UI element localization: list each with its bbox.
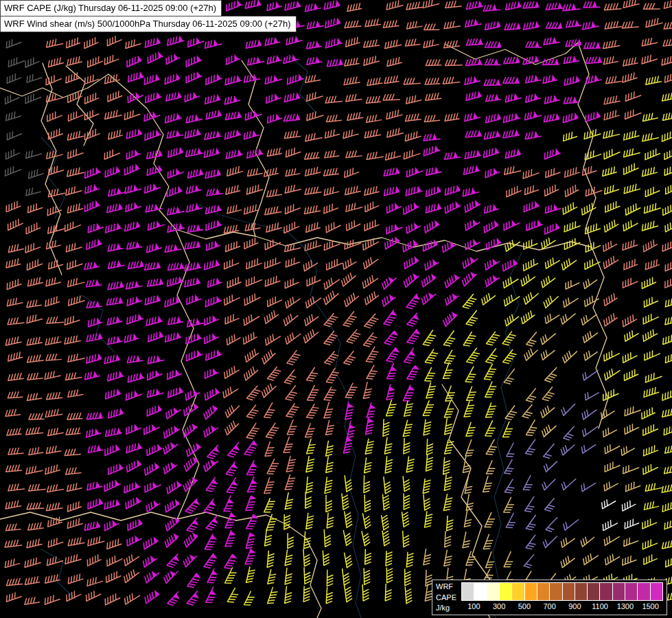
legend-color-cell bbox=[537, 583, 550, 600]
cape-title: WRF CAPE (J/kg) Thursday 06-11-2025 09:0… bbox=[0, 0, 222, 16]
map-title-bar: WRF CAPE (J/kg) Thursday 06-11-2025 09:0… bbox=[0, 0, 297, 32]
legend-color-cell bbox=[638, 583, 650, 600]
legend-color-cell bbox=[525, 583, 537, 600]
legend-color-cell bbox=[462, 583, 474, 600]
legend-tick-label: 900 bbox=[568, 602, 581, 610]
cape-legend: WRF CAPE J/kg 10030050070090011001300150… bbox=[432, 580, 667, 615]
legend-color-cell bbox=[563, 583, 575, 600]
wind-barb-map-canvas bbox=[0, 0, 672, 618]
legend-variable-label: CAPE bbox=[436, 593, 456, 602]
legend-tick-label: 500 bbox=[518, 602, 531, 610]
legend-color-cell bbox=[625, 583, 638, 600]
legend-tick-label: 1500 bbox=[642, 602, 658, 610]
legend-color-cell bbox=[474, 583, 487, 600]
legend-colorbar bbox=[461, 582, 663, 601]
wind-shear-title: WRF Wind shear (m/s) 500/1000hPa Thursda… bbox=[0, 16, 297, 32]
legend-model-label: WRF bbox=[436, 582, 456, 591]
legend-color-cell bbox=[613, 583, 625, 600]
legend-units-label: J/kg bbox=[436, 604, 456, 613]
legend-tick-row: 100300500700900110013001500 bbox=[461, 602, 663, 613]
legend-tick-label: 100 bbox=[467, 602, 480, 610]
legend-tick-label: 1100 bbox=[592, 602, 608, 610]
legend-color-cell bbox=[550, 583, 562, 600]
legend-tick-label: 300 bbox=[493, 602, 505, 610]
weather-map: WRF CAPE (J/kg) Thursday 06-11-2025 09:0… bbox=[0, 0, 672, 618]
legend-tick-label: 1300 bbox=[617, 602, 634, 610]
legend-color-cell bbox=[600, 583, 612, 600]
legend-color-cell bbox=[512, 583, 524, 600]
legend-color-cell bbox=[588, 583, 600, 600]
legend-scale: 100300500700900110013001500 bbox=[461, 582, 663, 613]
legend-labels: WRF CAPE J/kg bbox=[436, 582, 456, 613]
legend-color-cell bbox=[651, 583, 662, 600]
legend-color-cell bbox=[575, 583, 588, 600]
legend-tick-label: 700 bbox=[543, 602, 555, 610]
legend-color-cell bbox=[487, 583, 500, 600]
legend-color-cell bbox=[500, 583, 512, 600]
